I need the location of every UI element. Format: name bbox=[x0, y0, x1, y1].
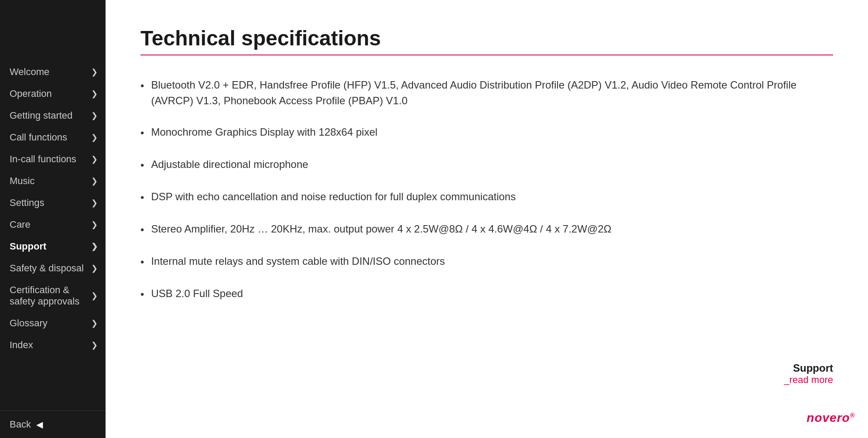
bullet-icon: • bbox=[140, 287, 144, 302]
sidebar-item-glossary[interactable]: Glossary ❯ bbox=[0, 312, 106, 334]
chevron-right-icon: ❯ bbox=[91, 220, 98, 229]
sidebar-item-label: In-call functions bbox=[10, 154, 76, 165]
main-content: Technical specifications • Bluetooth V2.… bbox=[106, 0, 868, 438]
chevron-right-icon: ❯ bbox=[91, 111, 98, 120]
spec-text: Internal mute relays and system cable wi… bbox=[151, 253, 445, 269]
chevron-right-icon: ❯ bbox=[91, 89, 98, 99]
sidebar-item-label: Call functions bbox=[10, 132, 67, 143]
spec-list: • Bluetooth V2.0 + EDR, Handsfree Profil… bbox=[140, 77, 833, 302]
chevron-right-icon: ❯ bbox=[91, 198, 98, 208]
chevron-right-icon: ❯ bbox=[91, 154, 98, 164]
bullet-icon: • bbox=[140, 254, 144, 270]
sidebar-item-label: Music bbox=[10, 175, 34, 187]
logo-reg: ® bbox=[850, 412, 855, 419]
sidebar-item-label: Glossary bbox=[10, 318, 48, 329]
logo-text: novero bbox=[806, 411, 850, 424]
chevron-right-icon: ❯ bbox=[91, 318, 98, 328]
sidebar-item-label: Support bbox=[10, 241, 46, 252]
chevron-right-icon: ❯ bbox=[91, 291, 98, 301]
sidebar-item-operation[interactable]: Operation ❯ bbox=[0, 83, 106, 105]
list-item: • Bluetooth V2.0 + EDR, Handsfree Profil… bbox=[140, 77, 833, 109]
back-label: Back bbox=[10, 419, 31, 430]
back-arrow-icon: ◀ bbox=[36, 419, 43, 430]
sidebar-item-label: Getting started bbox=[10, 110, 72, 121]
bullet-icon: • bbox=[140, 125, 144, 141]
sidebar-item-in-call-functions[interactable]: In-call functions ❯ bbox=[0, 148, 106, 170]
support-label: Support bbox=[784, 362, 833, 374]
chevron-right-icon: ❯ bbox=[91, 67, 98, 77]
sidebar-nav: Welcome ❯ Operation ❯ Getting started ❯ … bbox=[0, 0, 106, 411]
title-divider bbox=[140, 55, 833, 55]
sidebar-item-care[interactable]: Care ❯ bbox=[0, 214, 106, 236]
novero-logo: novero® bbox=[806, 411, 855, 425]
chevron-right-icon: ❯ bbox=[91, 133, 98, 142]
spec-text: Adjustable directional microphone bbox=[151, 157, 308, 172]
back-button[interactable]: Back ◀ bbox=[0, 411, 106, 438]
list-item: • USB 2.0 Full Speed bbox=[140, 286, 833, 302]
chevron-right-icon: ❯ bbox=[91, 340, 98, 350]
page-title: Technical specifications bbox=[140, 26, 833, 50]
list-item: • Adjustable directional microphone bbox=[140, 157, 833, 173]
sidebar-item-label: Care bbox=[10, 219, 31, 230]
sidebar-item-index[interactable]: Index ❯ bbox=[0, 334, 106, 356]
sidebar-item-label: Index bbox=[10, 339, 33, 351]
list-item: • DSP with echo cancellation and noise r… bbox=[140, 189, 833, 205]
sidebar-item-label: Settings bbox=[10, 197, 44, 209]
chevron-right-icon: ❯ bbox=[91, 263, 98, 273]
list-item: • Internal mute relays and system cable … bbox=[140, 253, 833, 270]
chevron-right-icon: ❯ bbox=[91, 176, 98, 186]
spec-text: Stereo Amplifier, 20Hz … 20KHz, max. out… bbox=[151, 221, 611, 237]
sidebar: Welcome ❯ Operation ❯ Getting started ❯ … bbox=[0, 0, 106, 438]
spec-text: DSP with echo cancellation and noise red… bbox=[151, 189, 516, 205]
bullet-icon: • bbox=[140, 190, 144, 205]
spec-text: Monochrome Graphics Display with 128x64 … bbox=[151, 124, 377, 140]
sidebar-item-music[interactable]: Music ❯ bbox=[0, 170, 106, 192]
spec-text: Bluetooth V2.0 + EDR, Handsfree Profile … bbox=[151, 77, 833, 109]
bullet-icon: • bbox=[140, 222, 144, 238]
bullet-icon: • bbox=[140, 157, 144, 173]
bullet-icon: • bbox=[140, 78, 144, 94]
sidebar-item-label: Operation bbox=[10, 88, 52, 99]
sidebar-item-settings[interactable]: Settings ❯ bbox=[0, 192, 106, 214]
sidebar-item-support[interactable]: Support ❯ bbox=[0, 236, 106, 257]
sidebar-item-label: Safety & disposal bbox=[10, 263, 84, 274]
sidebar-item-certification[interactable]: Certification & safety approvals ❯ bbox=[0, 279, 106, 312]
list-item: • Monochrome Graphics Display with 128x6… bbox=[140, 124, 833, 141]
spec-text: USB 2.0 Full Speed bbox=[151, 286, 243, 301]
list-item: • Stereo Amplifier, 20Hz … 20KHz, max. o… bbox=[140, 221, 833, 238]
sidebar-item-welcome[interactable]: Welcome ❯ bbox=[0, 61, 106, 83]
sidebar-item-label: Welcome bbox=[10, 66, 49, 78]
sidebar-item-safety-disposal[interactable]: Safety & disposal ❯ bbox=[0, 257, 106, 279]
sidebar-item-getting-started[interactable]: Getting started ❯ bbox=[0, 105, 106, 127]
sidebar-item-call-functions[interactable]: Call functions ❯ bbox=[0, 127, 106, 148]
bottom-right-panel: Support _read more bbox=[784, 362, 833, 386]
read-more-link[interactable]: _read more bbox=[784, 374, 833, 385]
sidebar-item-label: Certification & safety approvals bbox=[10, 284, 91, 307]
chevron-right-icon: ❯ bbox=[91, 242, 98, 251]
